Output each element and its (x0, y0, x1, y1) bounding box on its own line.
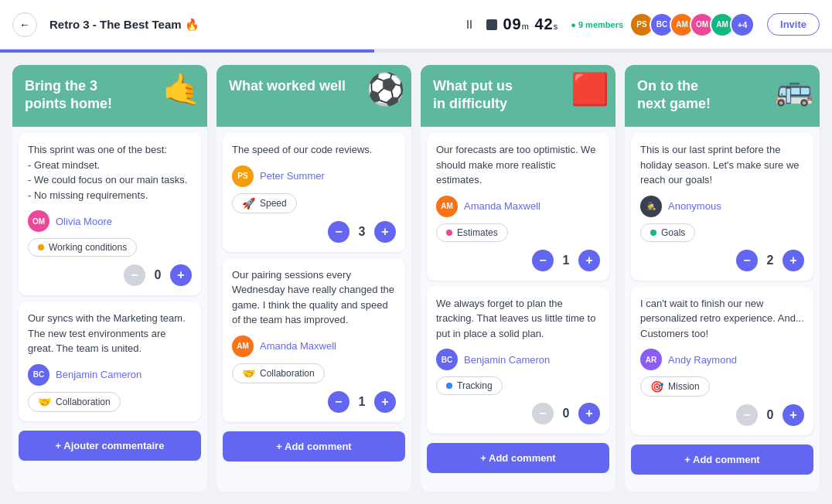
add-comment-button-4[interactable]: + Add comment (631, 444, 813, 475)
card-text-1: This sprint was one of the best:- Great … (28, 142, 192, 203)
col-body-1: This sprint was one of the best:- Great … (12, 127, 207, 492)
author-name-4: Amanda Maxwell (260, 340, 336, 352)
author-avatar-2: BC (28, 364, 49, 386)
header: ← Retro 3 - The Best Team 🔥 ⏸ 09m 42s ● … (0, 0, 832, 49)
board: Bring the 3points home! 🤙 This sprint wa… (0, 53, 832, 504)
vote-count-4: 1 (356, 395, 368, 409)
card-tag-7: Goals (640, 223, 695, 242)
card-author-5: AM Amanda Maxwell (436, 196, 600, 217)
add-comment-button-3[interactable]: + Add comment (427, 443, 609, 473)
vote-count-3: 3 (356, 225, 368, 239)
column-bring-3-points: Bring the 3points home! 🤙 This sprint wa… (12, 65, 207, 492)
vote-minus-8[interactable]: − (736, 404, 758, 426)
tag-label-1: Working conditions (49, 242, 127, 253)
vote-minus-7[interactable]: − (736, 250, 758, 271)
card-tag-1: Working conditions (28, 238, 137, 257)
author-avatar-4: AM (232, 335, 254, 357)
column-what-worked-well: What worked well ⚽ The speed of our code… (217, 65, 411, 492)
col-body-3: Our forecasts are too optimistic. We sho… (421, 127, 615, 492)
add-comment-button-1[interactable]: + Ajouter commentaire (19, 431, 201, 461)
vote-minus-5[interactable]: − (532, 250, 554, 271)
tag-label-5: Estimates (457, 227, 498, 238)
author-avatar-5: AM (436, 196, 458, 217)
vote-count-7: 2 (764, 254, 776, 267)
vote-count-6: 0 (560, 407, 572, 421)
tag-dot-6 (446, 383, 452, 389)
card-8: I can't wait to finish our new personali… (631, 287, 813, 436)
members-label: ● 9 members (571, 20, 623, 29)
tag-label-4: Collaboration (260, 368, 315, 379)
card-tag-5: Estimates (436, 223, 508, 242)
vote-plus-5[interactable]: + (578, 250, 600, 271)
card-votes-3: − 3 + (232, 221, 396, 243)
col-emoji-2: ⚽ (367, 71, 405, 107)
col-header-2: What worked well ⚽ (217, 65, 411, 127)
card-votes-7: − 2 + (640, 250, 804, 271)
author-avatar-3: PS (232, 165, 254, 187)
tag-label-2: Collaboration (56, 397, 111, 407)
card-author-3: PS Peter Summer (232, 165, 396, 187)
card-5: Our forecasts are too optimistic. We sho… (427, 133, 609, 281)
tag-label-3: Speed (260, 198, 287, 209)
card-author-4: AM Amanda Maxwell (232, 335, 396, 357)
vote-minus-4[interactable]: − (328, 391, 350, 413)
timer-controls: ⏸ 09m 42s (459, 14, 559, 36)
invite-button[interactable]: Invite (767, 13, 820, 36)
page-title: Retro 3 - The Best Team 🔥 (49, 18, 446, 32)
tag-dot-5 (446, 230, 452, 236)
app-container: ← Retro 3 - The Best Team 🔥 ⏸ 09m 42s ● … (0, 0, 832, 504)
col-body-4: This is our last sprint before the holid… (625, 127, 820, 492)
pause-button[interactable]: ⏸ (459, 14, 480, 36)
col-emoji-3: 🟥 (571, 71, 609, 107)
members-section: ● 9 members PS BC AM OM AM +4 (571, 12, 755, 37)
col-body-2: The speed of our code reviews. PS Peter … (217, 127, 411, 492)
card-7: This is our last sprint before the holid… (631, 133, 813, 281)
tag-icon-8: 🎯 (650, 380, 663, 393)
col-emoji-4: 🚌 (775, 71, 813, 107)
card-text-7: This is our last sprint before the holid… (640, 142, 804, 188)
card-tag-3: 🚀 Speed (232, 193, 297, 213)
vote-count-8: 0 (764, 408, 776, 422)
author-name-8: Andy Raymond (668, 354, 737, 366)
author-name-5: Amanda Maxwell (464, 200, 540, 212)
vote-plus-1[interactable]: + (170, 264, 192, 286)
author-avatar-6: BC (436, 349, 458, 370)
card-tag-4: 🤝 Collaboration (232, 363, 325, 383)
card-text-5: Our forecasts are too optimistic. We sho… (436, 142, 600, 188)
tag-icon-3: 🚀 (242, 197, 255, 209)
author-name-3: Peter Summer (260, 170, 325, 182)
card-votes-6: − 0 + (436, 403, 600, 424)
vote-minus-1[interactable]: − (124, 264, 145, 286)
column-what-put-us: What put usin difficulty 🟥 Our forecasts… (421, 65, 615, 492)
vote-plus-4[interactable]: + (374, 391, 396, 413)
vote-minus-6[interactable]: − (532, 403, 554, 424)
card-text-4: Our pairing sessions every Wednesday hav… (232, 267, 396, 328)
vote-plus-6[interactable]: + (578, 403, 600, 424)
tag-label-8: Mission (668, 381, 700, 392)
card-4: Our pairing sessions every Wednesday hav… (223, 258, 405, 422)
card-votes-8: − 0 + (640, 404, 804, 426)
author-name-7: Anonymous (668, 200, 721, 212)
vote-plus-7[interactable]: + (783, 250, 804, 271)
vote-plus-8[interactable]: + (783, 404, 804, 426)
avatar-plus: +4 (730, 12, 755, 37)
tag-label-7: Goals (661, 227, 685, 238)
card-3: The speed of our code reviews. PS Peter … (223, 133, 405, 252)
author-avatar-8: AR (640, 349, 662, 370)
vote-minus-3[interactable]: − (328, 221, 350, 243)
author-avatar-7: 🕵 (640, 196, 662, 217)
stop-button[interactable] (486, 19, 497, 30)
add-comment-button-2[interactable]: + Add comment (223, 431, 405, 461)
vote-plus-3[interactable]: + (374, 221, 396, 243)
card-votes-1: − 0 + (28, 264, 192, 286)
card-text-3: The speed of our code reviews. (232, 142, 396, 158)
tag-label-6: Tracking (457, 380, 493, 391)
card-text-2: Our syncs with the Marketing team. The n… (28, 311, 192, 356)
back-button[interactable]: ← (12, 12, 37, 37)
card-2: Our syncs with the Marketing team. The n… (19, 301, 201, 421)
col-header-1: Bring the 3points home! 🤙 (12, 65, 207, 127)
card-tag-6: Tracking (436, 376, 503, 395)
card-author-2: BC Benjamin Cameron (28, 364, 192, 386)
card-text-8: I can't wait to finish our new personali… (640, 296, 804, 342)
col-header-4: On to thenext game! 🚌 (625, 65, 820, 127)
